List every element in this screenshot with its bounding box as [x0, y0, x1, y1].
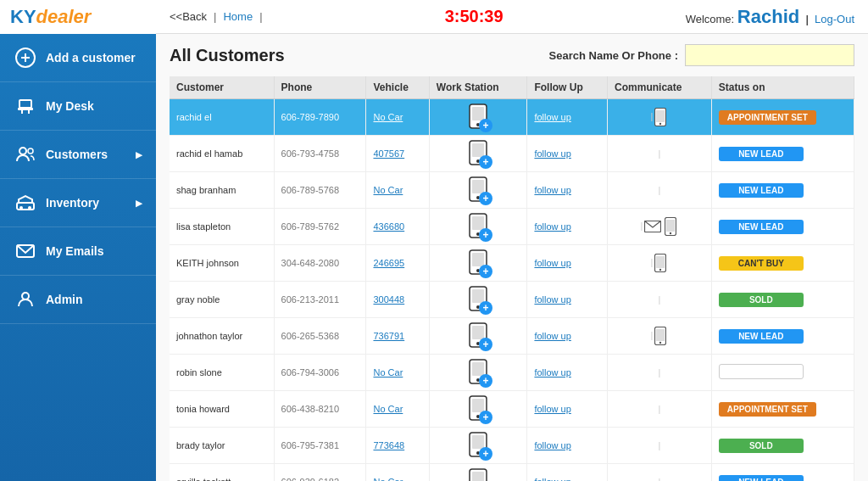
topbar-nav: <<Back | Home | — [170, 10, 263, 23]
username-label: Rachid — [737, 6, 799, 27]
follow-up-cell[interactable]: follow up — [527, 355, 608, 391]
customer-name: johnathon taylor — [170, 318, 274, 355]
follow-up-cell[interactable]: follow up — [527, 209, 608, 245]
col-vehicle: Vehicle — [366, 76, 429, 99]
follow-up-cell[interactable]: follow up — [527, 136, 608, 172]
logo-dealer: dealer — [36, 6, 92, 27]
customer-name: gray noble — [170, 282, 274, 318]
follow-up-cell[interactable]: follow up — [527, 282, 608, 318]
sidebar-item-label: Customers — [46, 148, 108, 161]
table-row[interactable]: brady taylor606-795-7381773648 + follow … — [170, 428, 854, 464]
customer-name: shag branham — [170, 172, 274, 209]
follow-up-cell[interactable]: follow up — [527, 464, 608, 482]
table-row[interactable]: gray noble606-213-2011300448 + follow up… — [170, 282, 854, 318]
status-badge: CAN'T BUY — [719, 256, 804, 271]
follow-up-cell[interactable]: follow up — [527, 172, 608, 209]
sidebar-item-customers[interactable]: Customers ▶ — [0, 131, 156, 179]
customer-phone: 606-795-7381 — [274, 428, 366, 464]
work-station-cell[interactable]: + — [429, 245, 527, 282]
work-station-cell[interactable]: + — [429, 99, 527, 136]
table-row[interactable]: johnathon taylor606-265-5368736791 + fol… — [170, 318, 854, 355]
customer-name: KEITH johnson — [170, 245, 274, 282]
work-station-cell[interactable]: + — [429, 136, 527, 172]
status-badge-cell: APPOINTMENT SET — [711, 99, 854, 136]
sidebar-item-add-customer[interactable]: Add a customer — [0, 34, 156, 82]
table-row[interactable]: shag branham606-789-5768No Car + follow … — [170, 172, 854, 209]
sidebar-item-admin[interactable]: Admin — [0, 276, 156, 324]
sidebar-item-label: Inventory — [46, 196, 99, 210]
status-badge: APPOINTMENT SET — [719, 402, 816, 417]
search-input[interactable] — [685, 44, 854, 66]
table-row[interactable]: lisa stapleton606-789-5762436680 + follo… — [170, 209, 854, 245]
customer-phone: 606-794-3006 — [274, 355, 366, 391]
home-link[interactable]: Home — [223, 10, 253, 23]
customer-vehicle[interactable]: No Car — [366, 464, 429, 482]
customer-name: rachid el — [170, 99, 274, 136]
status-badge-cell: CAN'T BUY — [711, 245, 854, 282]
page-title: All Customers — [170, 46, 285, 65]
follow-up-cell[interactable]: follow up — [527, 245, 608, 282]
sidebar-item-my-emails[interactable]: My Emails — [0, 227, 156, 276]
work-station-cell[interactable]: + — [429, 391, 527, 428]
customer-name: lisa stapleton — [170, 209, 274, 245]
sidebar-item-label: Admin — [46, 293, 83, 306]
svg-point-19 — [659, 123, 661, 125]
table-row[interactable]: orville tackett606-939-6182No Car + foll… — [170, 464, 854, 482]
logo-ky: KY — [10, 6, 36, 27]
customer-vehicle[interactable]: 773648 — [366, 428, 429, 464]
customer-vehicle[interactable]: No Car — [366, 172, 429, 209]
customer-vehicle[interactable]: 246695 — [366, 245, 429, 282]
work-station-cell[interactable]: + — [429, 355, 527, 391]
communicate-cell: | — [608, 355, 712, 391]
customer-phone: 606-793-4758 — [274, 136, 366, 172]
customer-vehicle[interactable]: 407567 — [366, 136, 429, 172]
customer-vehicle[interactable]: 300448 — [366, 282, 429, 318]
table-row[interactable]: KEITH johnson304-648-2080246695 + follow… — [170, 245, 854, 282]
back-button[interactable]: <<Back — [170, 10, 207, 23]
table-row[interactable]: tonia howard606-438-8210No Car + follow … — [170, 391, 854, 428]
customer-phone: 606-939-6182 — [274, 464, 366, 482]
follow-up-cell[interactable]: follow up — [527, 428, 608, 464]
work-station-cell[interactable]: + — [429, 209, 527, 245]
customer-vehicle[interactable]: 436680 — [366, 209, 429, 245]
status-badge: NEW LEAD — [719, 220, 804, 234]
customer-vehicle[interactable]: 736791 — [366, 318, 429, 355]
table-row[interactable]: rachid el hamab606-793-4758407567 + foll… — [170, 136, 854, 172]
communicate-cell: | — [608, 464, 712, 482]
admin-icon — [14, 288, 37, 311]
logout-link[interactable]: Log-Out — [815, 13, 854, 25]
customer-phone: 606-213-2011 — [274, 282, 366, 318]
communicate-cell: | — [608, 428, 712, 464]
table-row[interactable]: robin slone606-794-3006No Car + follow u… — [170, 355, 854, 391]
table-body: rachid el606-789-7890No Car + follow up|… — [170, 99, 854, 482]
table-row[interactable]: rachid el606-789-7890No Car + follow up|… — [170, 99, 854, 136]
status-badge: SOLD — [719, 293, 804, 307]
status-badge-cell — [711, 355, 854, 391]
work-station-cell[interactable]: + — [429, 428, 527, 464]
work-station-cell[interactable]: + — [429, 172, 527, 209]
follow-up-cell[interactable]: follow up — [527, 318, 608, 355]
main-content: <<Back | Home | 3:50:39 Welcome: Rachid … — [156, 0, 868, 481]
search-label: Search Name Or Phone : — [549, 49, 678, 62]
svg-rect-46 — [656, 329, 665, 341]
svg-rect-58 — [472, 472, 484, 481]
sidebar-item-my-desk[interactable]: My Desk — [0, 82, 156, 131]
communicate-cell: | — [608, 99, 712, 136]
email-icon — [14, 239, 37, 263]
work-station-cell[interactable]: + — [429, 464, 527, 482]
customer-vehicle[interactable]: No Car — [366, 355, 429, 391]
follow-up-cell[interactable]: follow up — [527, 99, 608, 136]
sidebar-item-inventory[interactable]: Inventory ▶ — [0, 179, 156, 227]
svg-point-38 — [659, 269, 661, 271]
customer-vehicle[interactable]: No Car — [366, 99, 429, 136]
follow-up-cell[interactable]: follow up — [527, 391, 608, 428]
status-badge-cell: APPOINTMENT SET — [711, 391, 854, 428]
communicate-cell: | — [608, 209, 712, 245]
svg-point-8 — [28, 148, 33, 154]
work-station-cell[interactable]: + — [429, 282, 527, 318]
status-badge-empty — [719, 364, 804, 379]
work-station-cell[interactable]: + — [429, 318, 527, 355]
customer-vehicle[interactable]: No Car — [366, 391, 429, 428]
svg-rect-18 — [656, 110, 665, 122]
status-badge: NEW LEAD — [719, 329, 804, 344]
